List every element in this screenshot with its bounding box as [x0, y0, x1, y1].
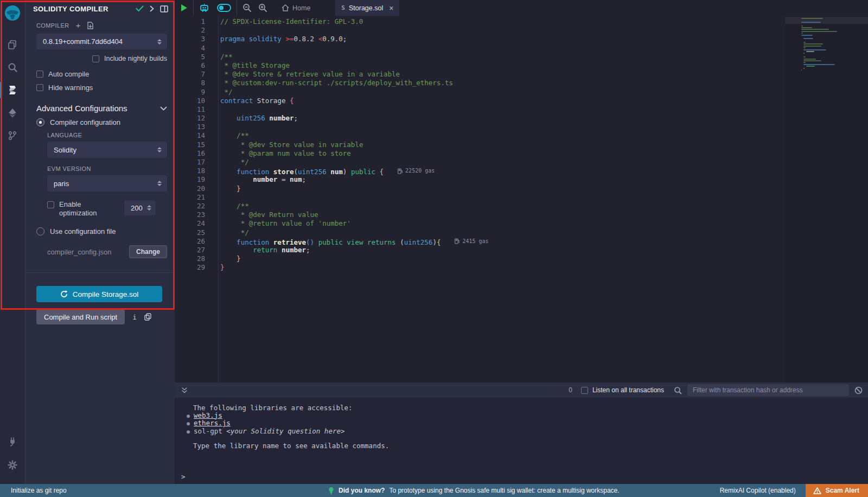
chevron-down-icon	[160, 106, 167, 111]
collapse-terminal-icon[interactable]	[181, 387, 188, 394]
terminal[interactable]: The following libraries are accessible: …	[175, 398, 868, 484]
copy-icon[interactable]	[144, 313, 151, 321]
code-line[interactable]: * @dev Store value in variable	[219, 141, 785, 149]
sidebar-item-file-explorer[interactable]	[0, 33, 25, 56]
stepper-updown-icon	[147, 205, 151, 211]
change-config-button[interactable]: Change	[129, 245, 167, 258]
code-line[interactable]: * @dev Store & retrieve value in a varia…	[219, 70, 785, 79]
minimap-line	[801, 27, 812, 28]
search-icon	[7, 62, 18, 73]
code-area[interactable]: // SPDX-License-Identifier: GPL-3.0pragm…	[218, 16, 785, 383]
sidebar-item-solidity-compiler[interactable]	[0, 79, 25, 101]
terminal-search-button[interactable]	[674, 386, 682, 394]
language-select[interactable]: Solidity	[47, 142, 167, 158]
run-script-button[interactable]	[180, 4, 188, 12]
icon-sidebar	[0, 0, 25, 484]
code-line[interactable]: */	[219, 228, 785, 237]
code-editor[interactable]: 1234567891011121314151617181920212223242…	[175, 16, 868, 383]
sidebar-item-deploy-and-run[interactable]	[0, 101, 25, 124]
zoom-in-icon	[258, 3, 267, 12]
git-init-status[interactable]: Initialize as git repo	[0, 487, 228, 494]
remix-logo-icon[interactable]	[4, 5, 21, 23]
code-line[interactable]: * @title Storage	[219, 61, 785, 70]
home-tab[interactable]: Home	[274, 4, 318, 12]
sidebar-item-git[interactable]	[0, 124, 25, 147]
terminal-prompt[interactable]: >	[180, 473, 868, 481]
pin-panel-icon[interactable]	[160, 5, 168, 12]
code-line[interactable]: uint256 number;	[219, 114, 785, 123]
code-line[interactable]: pragma solidity >=0.8.2 <0.9.0;	[219, 35, 785, 43]
hide-warnings-checkbox[interactable]	[36, 84, 43, 91]
compile-button[interactable]: Compile Storage.sol	[36, 286, 162, 302]
listen-transactions-checkbox[interactable]	[581, 387, 588, 394]
tab-storage-sol[interactable]: S Storage.sol ×	[335, 0, 399, 16]
code-line[interactable]: */	[219, 158, 785, 167]
code-line[interactable]: }	[219, 254, 785, 263]
terminal-header: 0 Listen on all transactions	[175, 383, 868, 398]
nightly-builds-checkbox[interactable]	[92, 55, 99, 62]
code-line[interactable]: /**	[219, 202, 785, 211]
code-line[interactable]: number = num;	[219, 175, 785, 184]
gas-estimate-badge: 2415 gas	[455, 237, 488, 246]
minimap-line	[803, 59, 816, 60]
enable-optimization-checkbox[interactable]	[47, 201, 54, 208]
config-file-name[interactable]: compiler_config.json	[47, 248, 129, 256]
ethers-link[interactable]: ethers.js	[194, 419, 231, 427]
toggle-on-icon	[217, 4, 231, 12]
web3-link[interactable]: web3.js	[194, 412, 222, 419]
code-line[interactable]: // SPDX-License-Identifier: GPL-3.0	[219, 17, 785, 26]
code-line[interactable]: */	[219, 88, 785, 97]
code-line[interactable]: * @custom:dev-run-script ./scripts/deplo…	[219, 79, 785, 87]
code-line[interactable]: }	[219, 263, 785, 272]
scam-alert-badge[interactable]: Scam Alert	[806, 484, 868, 497]
code-line[interactable]	[219, 193, 785, 202]
minimap[interactable]	[801, 18, 861, 71]
code-line[interactable]: }	[219, 184, 785, 193]
code-line[interactable]: return number;	[219, 246, 785, 254]
code-line[interactable]	[219, 123, 785, 131]
code-line[interactable]	[219, 105, 785, 114]
add-compiler-icon[interactable]: +	[76, 23, 81, 28]
compiler-version-select[interactable]: 0.8.19+commit.7dd6d404	[36, 34, 167, 49]
code-line[interactable]: contract Storage {	[219, 97, 785, 105]
terminal-line: ● sol-gpt <your Solidity question here>	[180, 428, 868, 436]
code-line[interactable]: * @return value of 'number'	[219, 219, 785, 228]
minimap-column[interactable]	[785, 16, 868, 383]
code-line[interactable]: * @param num value to store	[219, 149, 785, 158]
transaction-filter-input[interactable]	[687, 384, 849, 396]
info-icon[interactable]: i	[132, 313, 137, 321]
compiler-version-value: 0.8.19+commit.7dd6d404	[43, 37, 157, 46]
code-line[interactable]	[219, 44, 785, 53]
compile-and-run-button[interactable]: Compile and Run script	[36, 309, 125, 324]
code-line[interactable]: /**	[219, 53, 785, 61]
code-line[interactable]	[219, 26, 785, 35]
close-tab-icon[interactable]: ×	[389, 4, 393, 12]
chevron-right-icon[interactable]	[150, 5, 154, 12]
compiler-configuration-radio[interactable]	[36, 118, 44, 126]
code-line[interactable]: function store(uint256 num) public {2252…	[219, 167, 785, 175]
copilot-status[interactable]: RemixAI Copilot (enabled)	[720, 487, 796, 494]
optimization-runs-input[interactable]	[131, 204, 147, 212]
listen-transactions-label: Listen on all transactions	[592, 386, 664, 394]
sidebar-item-settings[interactable]	[0, 454, 25, 476]
clear-console-icon[interactable]	[854, 386, 863, 394]
line-number: 12	[175, 114, 218, 123]
advanced-configurations-header[interactable]: Advanced Configurations	[36, 104, 167, 113]
ai-copilot-button[interactable]	[199, 3, 209, 12]
code-line[interactable]: /**	[219, 131, 785, 140]
zoom-in-button[interactable]	[258, 3, 267, 12]
code-line[interactable]: * @dev Return value	[219, 211, 785, 219]
optimization-runs-stepper[interactable]	[124, 200, 156, 215]
use-configuration-file-radio[interactable]	[36, 227, 44, 235]
sidebar-item-plugin-manager[interactable]	[0, 430, 25, 453]
minimap-line	[801, 35, 813, 36]
ai-copilot-toggle[interactable]	[217, 4, 231, 12]
auto-compile-checkbox[interactable]	[36, 71, 43, 78]
evm-version-select[interactable]: paris	[47, 175, 167, 192]
code-line[interactable]: function retrieve() public view returns …	[219, 237, 785, 246]
sidebar-item-search[interactable]	[0, 56, 25, 79]
terminal-line: ● web3.js	[180, 412, 868, 420]
import-compiler-icon[interactable]	[87, 22, 94, 29]
zoom-out-button[interactable]	[242, 3, 252, 12]
gas-estimate-badge: 22520 gas	[398, 167, 435, 175]
